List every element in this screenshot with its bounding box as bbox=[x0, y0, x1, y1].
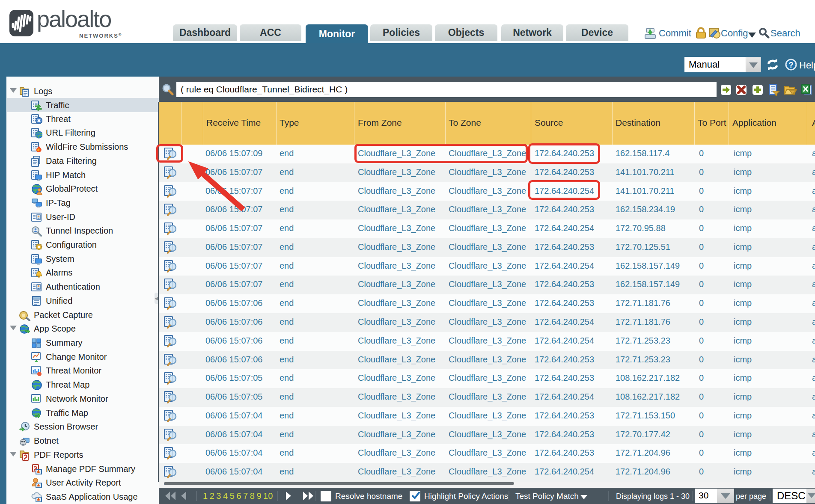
svg-text:?: ? bbox=[789, 61, 794, 69]
